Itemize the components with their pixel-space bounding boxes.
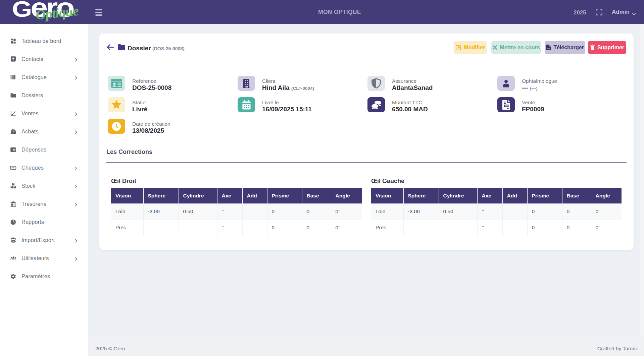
svg-text:100: 100 <box>12 167 14 168</box>
